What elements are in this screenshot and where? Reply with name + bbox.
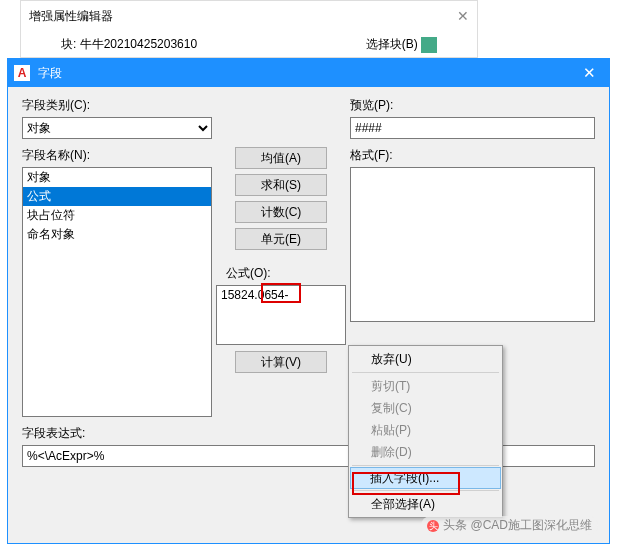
list-item[interactable]: 公式 — [23, 187, 211, 206]
menu-separator — [352, 490, 499, 491]
menu-cut[interactable]: 剪切(T) — [351, 375, 500, 397]
close-icon[interactable]: ✕ — [457, 1, 469, 31]
app-logo-icon: A — [14, 65, 30, 81]
list-item[interactable]: 对象 — [23, 168, 211, 187]
calculate-button[interactable]: 计算(V) — [235, 351, 327, 373]
watermark: 头 头条 @CAD施工图深化思维 — [421, 516, 598, 535]
menu-separator — [352, 372, 499, 373]
list-item[interactable]: 块占位符 — [23, 206, 211, 225]
select-block-icon[interactable] — [421, 37, 437, 53]
select-block-label: 选择块(B) — [366, 37, 418, 51]
highlight-box-icon — [261, 283, 301, 303]
field-name-label: 字段名称(N): — [22, 147, 212, 164]
block-name-label: 块: 牛牛20210425203610 — [61, 31, 197, 57]
context-menu: 放弃(U) 剪切(T) 复制(C) 粘贴(P) 删除(D) 插入字段(I)...… — [348, 345, 503, 518]
formula-input[interactable]: 15824.0654- — [216, 285, 346, 345]
preview-label: 预览(P): — [350, 97, 595, 114]
field-name-listbox[interactable]: 对象 公式 块占位符 命名对象 — [22, 167, 212, 417]
menu-undo[interactable]: 放弃(U) — [351, 348, 500, 370]
sum-button[interactable]: 求和(S) — [235, 174, 327, 196]
cell-button[interactable]: 单元(E) — [235, 228, 327, 250]
field-category-label: 字段类别(C): — [22, 97, 212, 114]
menu-copy[interactable]: 复制(C) — [351, 397, 500, 419]
menu-insert-field[interactable]: 插入字段(I)... — [350, 467, 501, 489]
attribute-editor-window: 增强属性编辑器 ✕ 块: 牛牛20210425203610 选择块(B) — [20, 0, 478, 58]
format-listbox[interactable] — [350, 167, 595, 322]
list-item[interactable]: 命名对象 — [23, 225, 211, 244]
expression-label: 字段表达式: — [22, 425, 595, 442]
close-button[interactable]: ✕ — [569, 59, 609, 87]
menu-delete[interactable]: 删除(D) — [351, 441, 500, 463]
field-dialog: A 字段 ✕ 字段类别(C): 对象 字段名称(N): 对象 公式 块占位符 命… — [7, 58, 610, 544]
menu-paste[interactable]: 粘贴(P) — [351, 419, 500, 441]
attribute-editor-title: 增强属性编辑器 — [29, 1, 113, 31]
preview-field: #### — [350, 117, 595, 139]
expression-field: %<\AcExpr>% — [22, 445, 595, 467]
watermark-icon: 头 — [427, 520, 439, 532]
watermark-text: 头条 @CAD施工图深化思维 — [443, 517, 592, 534]
field-category-select[interactable]: 对象 — [22, 117, 212, 139]
count-button[interactable]: 计数(C) — [235, 201, 327, 223]
attribute-editor-titlebar: 增强属性编辑器 ✕ — [21, 1, 477, 31]
field-dialog-titlebar: A 字段 ✕ — [8, 59, 609, 87]
average-button[interactable]: 均值(A) — [235, 147, 327, 169]
field-dialog-title: 字段 — [38, 65, 569, 82]
format-label: 格式(F): — [350, 147, 595, 164]
formula-label: 公式(O): — [226, 265, 271, 282]
menu-select-all[interactable]: 全部选择(A) — [351, 493, 500, 515]
menu-separator — [352, 465, 499, 466]
